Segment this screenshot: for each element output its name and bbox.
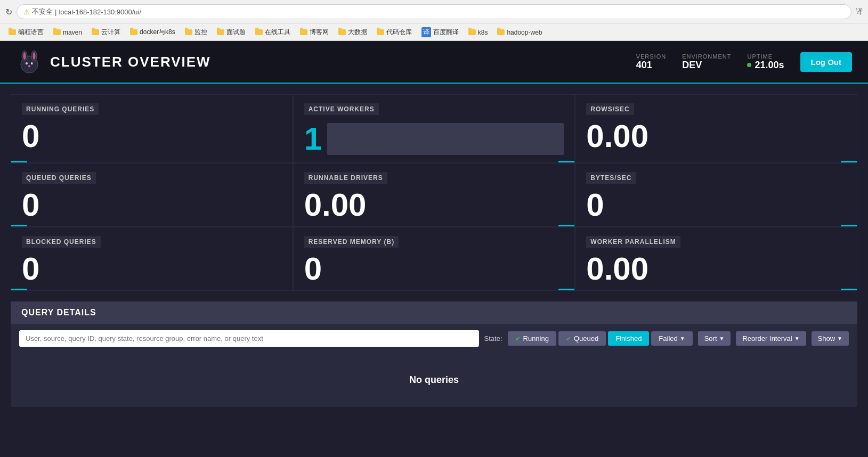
bookmark-biancheng[interactable]: 编程语言 xyxy=(5,27,47,38)
stat-bar xyxy=(575,289,857,290)
svg-point-8 xyxy=(32,63,33,64)
stat-label: RUNNING QUERIES xyxy=(22,103,99,115)
bookmark-monitor[interactable]: 监控 xyxy=(182,27,210,38)
bookmark-label: 博客网 xyxy=(310,28,329,37)
bookmarks-bar: 编程语言 maven 云计算 docker与k8s 监控 面试题 在线工具 博 xyxy=(0,23,868,40)
stat-bar-fill xyxy=(841,289,857,290)
folder-icon xyxy=(53,29,61,35)
running-filter-button[interactable]: ✔ Running xyxy=(508,331,556,346)
address-bar[interactable]: ⚠ 不安全 | local-168-182-130:9000/ui/ xyxy=(17,4,851,19)
failed-filter-button[interactable]: Failed ▼ xyxy=(651,331,692,346)
sort-caret-icon: ▼ xyxy=(719,336,725,341)
failed-caret-icon: ▼ xyxy=(680,336,685,341)
bookmark-baidu[interactable]: 译 百度翻译 xyxy=(418,26,462,38)
bookmark-label: k8s xyxy=(478,29,488,36)
running-check-icon: ✔ xyxy=(515,335,521,342)
bookmark-cloud[interactable]: 云计算 xyxy=(88,27,124,38)
stats-grid: RUNNING QUERIES 0 ACTIVE WORKERS 1 ROWS/… xyxy=(0,84,868,296)
no-queries-message: No queries xyxy=(11,353,857,407)
sort-button[interactable]: Sort ▼ xyxy=(698,331,731,346)
translate-badge: 译 xyxy=(421,27,431,37)
reorder-caret-icon: ▼ xyxy=(794,336,800,341)
stat-reserved-memory: RESERVED MEMORY (B) 0 xyxy=(293,227,575,291)
bookmark-label: maven xyxy=(63,29,82,36)
stat-value: 0 xyxy=(22,189,282,221)
bookmark-label: 百度翻译 xyxy=(433,28,459,37)
app-title: CLUSTER OVERVIEW xyxy=(50,54,211,70)
bookmark-maven[interactable]: maven xyxy=(50,28,85,37)
running-label: Running xyxy=(523,334,549,342)
bookmark-bigdata[interactable]: 大数据 xyxy=(335,27,370,38)
stat-value: 0.00 xyxy=(586,120,846,152)
query-search-input[interactable] xyxy=(19,330,479,347)
bookmark-label: 大数据 xyxy=(348,28,367,37)
version-value: 401 xyxy=(636,60,652,71)
reorder-interval-button[interactable]: Reorder Interval ▼ xyxy=(736,331,806,346)
bookmark-docker[interactable]: docker与k8s xyxy=(127,27,179,38)
stat-active-workers: ACTIVE WORKERS 1 xyxy=(293,94,575,163)
bookmark-code[interactable]: 代码仓库 xyxy=(374,27,415,38)
failed-label: Failed xyxy=(659,334,677,342)
stat-bar-fill xyxy=(841,225,857,226)
url-text: local-168-182-130:9000/ui/ xyxy=(59,8,141,16)
logo-icon xyxy=(16,48,43,75)
bookmark-k8s[interactable]: k8s xyxy=(465,28,491,37)
stat-bar-fill xyxy=(558,225,574,226)
stat-bar-fill xyxy=(841,161,857,162)
refresh-icon[interactable]: ↻ xyxy=(5,7,12,17)
folder-icon xyxy=(497,29,505,35)
bookmark-label: 云计算 xyxy=(101,28,120,37)
environment-value: DEV xyxy=(682,60,702,71)
bookmark-label: docker与k8s xyxy=(140,28,175,37)
bookmark-blog[interactable]: 博客网 xyxy=(297,27,332,38)
browser-bar: ↻ ⚠ 不安全 | local-168-182-130:9000/ui/ 译 xyxy=(0,0,868,23)
logout-button[interactable]: Log Out xyxy=(800,52,852,72)
version-label: VERSION xyxy=(636,53,667,60)
stat-label: QUEUED QUERIES xyxy=(22,172,96,184)
stat-running-queries: RUNNING QUERIES 0 xyxy=(11,94,293,163)
workers-bar-chart xyxy=(327,123,564,155)
stat-label: RUNNABLE DRIVERS xyxy=(304,172,387,184)
stat-blocked-queries: BLOCKED QUERIES 0 xyxy=(11,227,293,291)
stat-label: BYTES/SEC xyxy=(586,172,636,184)
stat-label: ACTIVE WORKERS xyxy=(304,103,379,115)
stat-value: 0 xyxy=(22,253,282,285)
bookmark-hadoop[interactable]: hadoop-web xyxy=(494,28,545,37)
show-button[interactable]: Show ▼ xyxy=(812,331,849,346)
query-details-section: QUERY DETAILS State: ✔ Running ✔ Queued … xyxy=(11,301,857,407)
bookmark-interview[interactable]: 面试题 xyxy=(214,27,249,38)
folder-icon xyxy=(377,29,384,35)
show-caret-icon: ▼ xyxy=(837,336,842,341)
stat-bar xyxy=(294,161,575,162)
stat-label: BLOCKED QUERIES xyxy=(22,236,101,248)
stat-bar xyxy=(294,225,575,226)
folder-icon xyxy=(217,29,224,35)
workers-number: 1 xyxy=(304,120,322,157)
active-workers-value: 1 xyxy=(304,120,564,157)
svg-point-9 xyxy=(28,66,30,67)
finished-label: Finished xyxy=(615,334,642,342)
stat-bar-fill xyxy=(11,289,27,290)
bookmark-tools[interactable]: 在线工具 xyxy=(252,27,294,38)
finished-filter-button[interactable]: Finished xyxy=(608,331,649,346)
queued-label: Queued xyxy=(574,334,598,342)
stat-bar xyxy=(294,289,575,290)
state-label: State: xyxy=(484,334,502,342)
reorder-interval-label: Reorder Interval xyxy=(742,334,792,342)
stat-rows-sec: ROWS/SEC 0.00 xyxy=(575,94,857,163)
folder-icon xyxy=(130,29,137,35)
svg-point-7 xyxy=(27,63,28,64)
logo-area: CLUSTER OVERVIEW xyxy=(16,48,636,75)
stat-value: 0 xyxy=(586,189,846,221)
environment-label: ENVIRONMENT xyxy=(682,53,731,60)
folder-icon xyxy=(255,29,263,35)
bookmark-label: hadoop-web xyxy=(507,29,542,36)
svg-point-4 xyxy=(33,52,36,60)
folder-icon xyxy=(300,29,307,35)
query-details-header: QUERY DETAILS xyxy=(11,301,857,324)
queued-filter-button[interactable]: ✔ Queued xyxy=(558,331,606,346)
stat-label: ROWS/SEC xyxy=(586,103,634,115)
folder-icon xyxy=(185,29,192,35)
bookmark-label: 代码仓库 xyxy=(386,28,412,37)
translate-icon[interactable]: 译 xyxy=(856,7,863,17)
